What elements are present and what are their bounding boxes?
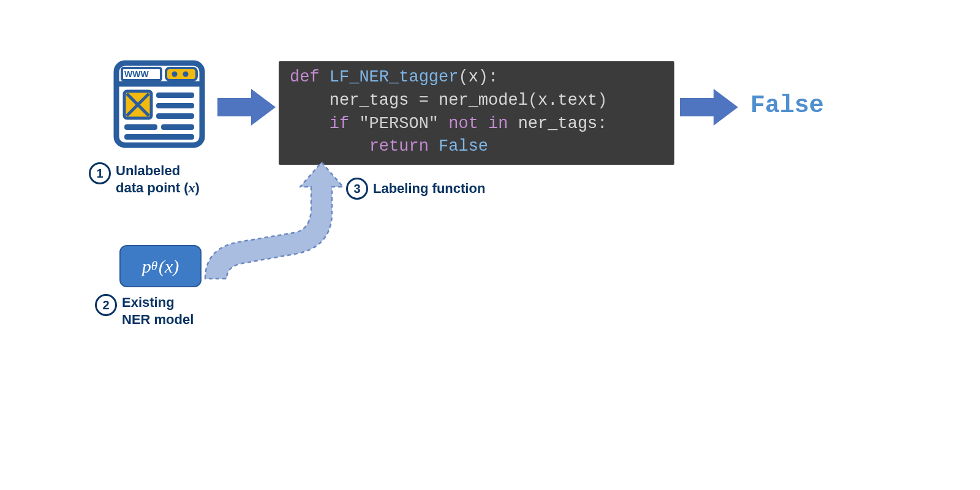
step-2-badge: 2 xyxy=(95,294,117,316)
svg-rect-9 xyxy=(156,92,194,98)
arrow-right-icon xyxy=(217,86,279,129)
url-text: WWW xyxy=(124,69,149,79)
arrow-right-icon xyxy=(680,86,741,129)
step-2-label: 2 Existing NER model xyxy=(95,294,194,328)
svg-rect-12 xyxy=(124,124,157,130)
fn-name: LF_NER_tagger xyxy=(330,68,459,86)
svg-rect-10 xyxy=(156,103,194,108)
model-chip: pθ(x) xyxy=(119,245,202,287)
code-block: def LF_NER_tagger(x): ner_tags = ner_mod… xyxy=(279,61,674,165)
step-1-badge: 1 xyxy=(89,162,111,184)
step-3-label: 3 Labeling function xyxy=(346,178,485,200)
svg-point-4 xyxy=(172,72,178,77)
svg-marker-16 xyxy=(680,89,738,126)
svg-rect-3 xyxy=(166,68,197,80)
svg-rect-14 xyxy=(124,134,194,140)
curved-arrow-icon xyxy=(196,159,355,282)
output-false: False xyxy=(750,92,824,119)
svg-marker-15 xyxy=(217,89,276,126)
step-1-label: 1 Unlabeled data point (x) xyxy=(89,162,200,196)
svg-point-5 xyxy=(183,72,189,77)
webpage-icon: WWW xyxy=(113,58,205,150)
svg-rect-13 xyxy=(161,124,194,130)
kw-def: def xyxy=(290,68,320,86)
svg-rect-11 xyxy=(156,113,194,119)
